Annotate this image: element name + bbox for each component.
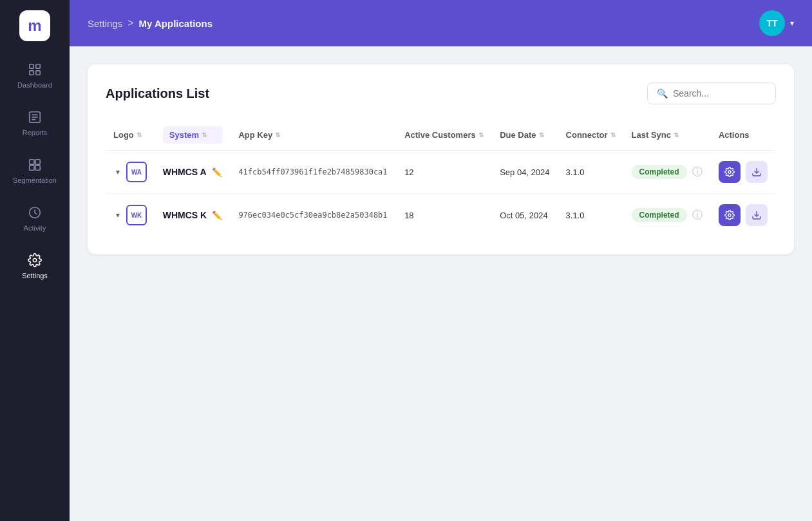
status-badge: Completed [632, 208, 687, 222]
sort-lastsync-icon: ⇅ [674, 131, 679, 138]
sort-connector-icon: ⇅ [610, 131, 616, 138]
sidebar-item-dashboard[interactable]: Dashboard [0, 52, 70, 99]
settings-icon [27, 252, 42, 268]
svg-rect-1 [36, 64, 40, 68]
table-row: ▾ WA WHMCS A ✏️ 41fcb54ff073961f1fe2b748… [106, 151, 776, 194]
col-actions: Actions [711, 120, 776, 151]
sidebar-item-activity[interactable]: Activity [0, 194, 70, 242]
active-customers-cell: 12 [397, 151, 492, 194]
expand-button[interactable]: ▾ [113, 165, 122, 179]
sort-logo-icon: ⇅ [137, 131, 142, 138]
avatar-initials: TT [766, 18, 777, 28]
due-date-cell: Oct 05, 2024 [492, 194, 558, 237]
svg-point-13 [33, 258, 37, 262]
settings-action-button[interactable] [719, 204, 741, 226]
edit-icon[interactable]: ✏️ [212, 211, 222, 220]
reports-icon [27, 109, 42, 125]
svg-rect-8 [30, 160, 34, 164]
download-action-button[interactable] [746, 161, 768, 183]
system-name: WHMCS K [163, 210, 207, 220]
breadcrumb-current: My Applications [139, 18, 212, 29]
status-badge: Completed [632, 165, 687, 179]
app-key-cell: 41fcb54ff073961f1fe2b74859830ca1 [231, 151, 397, 194]
app-badge: WA [126, 162, 147, 182]
table-row: ▾ WK WHMCS K ✏️ 976ec034e0c5cf30ea9cb8e2… [106, 194, 776, 237]
last-sync-cell: Completed ⓘ [624, 194, 711, 237]
connector-cell: 3.1.0 [558, 151, 624, 194]
logo-cell: ▾ WA [106, 151, 155, 194]
active-customers-cell: 18 [397, 194, 492, 237]
download-action-button[interactable] [746, 204, 768, 226]
system-cell: WHMCS K ✏️ [155, 194, 231, 237]
avatar-dropdown-arrow[interactable]: ▾ [790, 19, 794, 28]
header-right: TT ▾ [759, 10, 794, 36]
svg-rect-10 [30, 166, 34, 170]
col-app-key[interactable]: App Key ⇅ [231, 120, 397, 151]
sidebar-item-settings[interactable]: Settings [0, 242, 70, 290]
header: Settings > My Applications TT ▾ [70, 0, 812, 46]
sidebar-label-dashboard: Dashboard [17, 81, 52, 89]
breadcrumb-parent[interactable]: Settings [88, 18, 122, 29]
svg-rect-9 [35, 160, 40, 164]
help-icon[interactable]: ⓘ [692, 166, 703, 179]
system-name: WHMCS A [163, 167, 207, 177]
app-key-cell: 976ec034e0c5cf30ea9cb8e2a50348b1 [231, 194, 397, 237]
search-box[interactable]: 🔍 [647, 82, 776, 104]
applications-table: Logo ⇅ System ⇅ App Key [106, 120, 776, 236]
page-content: Applications List 🔍 Logo ⇅ [70, 46, 812, 521]
sort-duedate-icon: ⇅ [539, 131, 544, 138]
sidebar-label-reports: Reports [23, 129, 48, 137]
search-icon: 🔍 [657, 88, 668, 99]
col-connector[interactable]: Connector ⇅ [558, 120, 624, 151]
page-title: Applications List [106, 86, 209, 101]
svg-rect-3 [36, 71, 40, 75]
svg-rect-0 [30, 64, 33, 68]
col-active-customers[interactable]: Active Customers ⇅ [397, 120, 492, 151]
app-badge: WK [126, 205, 147, 225]
dashboard-icon [27, 62, 42, 77]
system-cell: WHMCS A ✏️ [155, 151, 231, 194]
sidebar-item-segmentation[interactable]: Segmentation [0, 147, 70, 194]
main-content: Settings > My Applications TT ▾ Applicat… [70, 0, 812, 521]
applications-card: Applications List 🔍 Logo ⇅ [88, 64, 794, 254]
sidebar-label-segmentation: Segmentation [13, 176, 57, 184]
actions-cell [711, 194, 776, 237]
sidebar-label-activity: Activity [24, 224, 46, 232]
help-icon[interactable]: ⓘ [692, 209, 703, 222]
col-system[interactable]: System ⇅ [155, 120, 231, 151]
logo-box[interactable]: m [19, 10, 50, 41]
card-header: Applications List 🔍 [106, 82, 776, 104]
sidebar: m Dashboard Reports [0, 0, 70, 521]
edit-icon[interactable]: ✏️ [212, 167, 222, 177]
svg-point-16 [728, 214, 731, 216]
activity-icon [27, 205, 42, 220]
due-date-cell: Sep 04, 2024 [492, 151, 558, 194]
logo-letter: m [28, 17, 41, 35]
user-avatar[interactable]: TT [759, 10, 785, 36]
sidebar-item-reports[interactable]: Reports [0, 99, 70, 147]
connector-cell: 3.1.0 [558, 194, 624, 237]
sort-customers-icon: ⇅ [478, 131, 484, 138]
actions-cell [711, 151, 776, 194]
search-input[interactable] [673, 88, 766, 99]
svg-rect-11 [35, 166, 40, 170]
breadcrumb-separator: > [127, 17, 133, 29]
breadcrumb: Settings > My Applications [88, 17, 212, 29]
svg-rect-2 [30, 71, 33, 75]
sort-appkey-icon: ⇅ [275, 131, 280, 138]
sidebar-label-settings: Settings [22, 272, 48, 279]
logo-cell: ▾ WK [106, 194, 155, 237]
expand-button[interactable]: ▾ [113, 208, 122, 222]
svg-point-14 [728, 171, 731, 173]
last-sync-cell: Completed ⓘ [624, 151, 711, 194]
col-logo[interactable]: Logo ⇅ [106, 120, 155, 151]
col-last-sync[interactable]: Last Sync ⇅ [624, 120, 711, 151]
sidebar-logo: m [0, 0, 70, 52]
segmentation-icon [27, 157, 42, 173]
settings-action-button[interactable] [719, 161, 741, 183]
sort-system-icon: ⇅ [202, 131, 207, 138]
col-due-date[interactable]: Due Date ⇅ [492, 120, 558, 151]
